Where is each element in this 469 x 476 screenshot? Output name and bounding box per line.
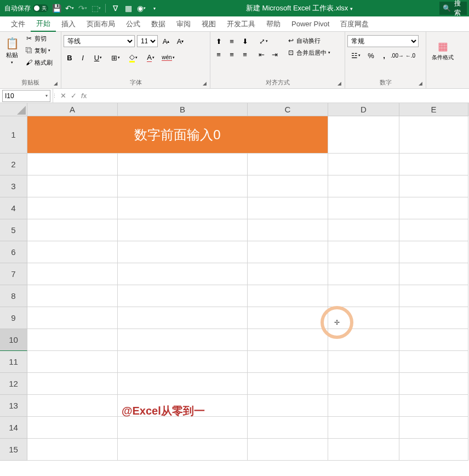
comma-button[interactable]: , [378,49,390,61]
cell[interactable] [248,285,328,307]
cell[interactable] [399,307,468,329]
cell[interactable] [328,329,399,351]
col-header-E[interactable]: E [399,103,468,116]
align-left-button[interactable]: ≡ [213,48,225,60]
cell[interactable] [248,307,328,329]
undo-icon[interactable]: ↶▾ [65,3,75,13]
cell[interactable] [248,197,328,219]
italic-button[interactable]: I [77,52,89,64]
cell[interactable] [248,154,328,175]
search-box[interactable]: 🔍 搜索 [439,2,467,15]
customize-icon[interactable]: ▾ [150,3,159,13]
col-header-C[interactable]: C [248,103,328,116]
tab-help[interactable]: 帮助 [261,16,286,32]
cell[interactable] [27,197,118,219]
cell[interactable] [248,219,328,241]
cell[interactable] [328,307,399,329]
cell[interactable] [248,417,328,439]
paste-button[interactable]: 📋 粘贴 ▾ [2,33,22,68]
cell[interactable] [118,285,248,307]
cell[interactable] [27,285,118,307]
alignment-launcher[interactable]: ◢ [338,80,341,87]
cell[interactable] [399,285,468,307]
col-header-B[interactable]: B [118,103,248,116]
touch-icon[interactable]: ⬚▾ [91,3,101,13]
orientation-button[interactable]: ⤢▾ [255,35,272,47]
cell[interactable] [399,154,468,175]
camera-icon[interactable]: ◉▾ [136,3,146,13]
cell[interactable] [399,263,468,285]
number-launcher[interactable]: ◢ [419,80,422,87]
cell[interactable] [399,219,468,241]
cell[interactable] [328,241,399,263]
cell[interactable] [399,197,468,219]
row-header-9[interactable]: 9 [0,307,27,329]
row-header-10[interactable]: 10 [0,329,27,351]
cell[interactable] [328,285,399,307]
cell[interactable] [118,307,248,329]
cell[interactable] [118,395,248,417]
cell[interactable] [27,373,118,395]
form-icon[interactable]: ▦ [123,3,133,13]
tab-view[interactable]: 视图 [196,16,221,32]
cell[interactable] [248,241,328,263]
increase-decimal-button[interactable]: .00→ [391,49,403,61]
cell[interactable] [118,219,248,241]
tab-file[interactable]: 文件 [5,16,31,32]
cell[interactable] [328,175,399,197]
cell[interactable] [328,116,399,154]
cell[interactable] [248,395,328,417]
cell[interactable] [328,197,399,219]
cell[interactable] [399,329,468,351]
cell[interactable] [118,175,248,197]
increase-indent-button[interactable]: ⇥ [268,48,281,60]
accounting-format-button[interactable]: ☳▾ [347,49,364,61]
cell[interactable] [118,329,248,351]
cell[interactable] [248,329,328,351]
tab-layout[interactable]: 页面布局 [81,16,121,32]
bold-button[interactable]: B [64,52,76,64]
cell[interactable] [399,417,468,439]
cell[interactable] [328,395,399,417]
cell[interactable] [118,351,248,373]
cell[interactable] [248,175,328,197]
row-header-3[interactable]: 3 [0,175,27,197]
copy-button[interactable]: ⿻复制▾ [24,45,54,56]
cell[interactable] [27,241,118,263]
autosave-toggle[interactable]: 自动保存 关 [4,4,48,13]
decrease-font-button[interactable]: A▾ [174,35,186,47]
underline-button[interactable]: U▾ [90,52,106,64]
cell[interactable] [27,329,118,351]
cell[interactable] [27,263,118,285]
cell[interactable] [27,219,118,241]
font-size-select[interactable]: 11 [137,35,158,47]
cell[interactable] [248,263,328,285]
tab-powerpivot[interactable]: Power Pivot [286,16,335,32]
row-header-4[interactable]: 4 [0,197,27,219]
font-name-select[interactable]: 等线 [64,35,135,47]
align-middle-button[interactable]: ≡ [226,35,238,47]
row-header-12[interactable]: 12 [0,373,27,395]
wrap-text-button[interactable]: ↩自动换行 [286,35,331,46]
cell[interactable] [399,439,468,461]
cell[interactable] [118,417,248,439]
cut-button[interactable]: ✂剪切 [24,33,54,44]
cell[interactable] [118,373,248,395]
cell[interactable] [328,439,399,461]
percent-button[interactable]: % [365,49,377,61]
cell[interactable] [399,241,468,263]
cell[interactable] [328,219,399,241]
cell[interactable] [27,307,118,329]
tab-insert[interactable]: 插入 [56,16,81,32]
decrease-indent-button[interactable]: ⇤ [255,48,267,60]
filter-icon[interactable]: ∇ [110,3,120,13]
align-right-button[interactable]: ≡ [239,48,251,60]
cell[interactable] [328,263,399,285]
cell[interactable] [399,395,468,417]
enter-formula-button[interactable]: ✓ [71,92,77,100]
phonetic-button[interactable]: wén▾ [160,52,176,64]
cell[interactable] [328,417,399,439]
font-color-button[interactable]: A▾ [142,52,159,64]
select-all-corner[interactable] [0,103,27,116]
row-header-13[interactable]: 13 [0,395,27,417]
